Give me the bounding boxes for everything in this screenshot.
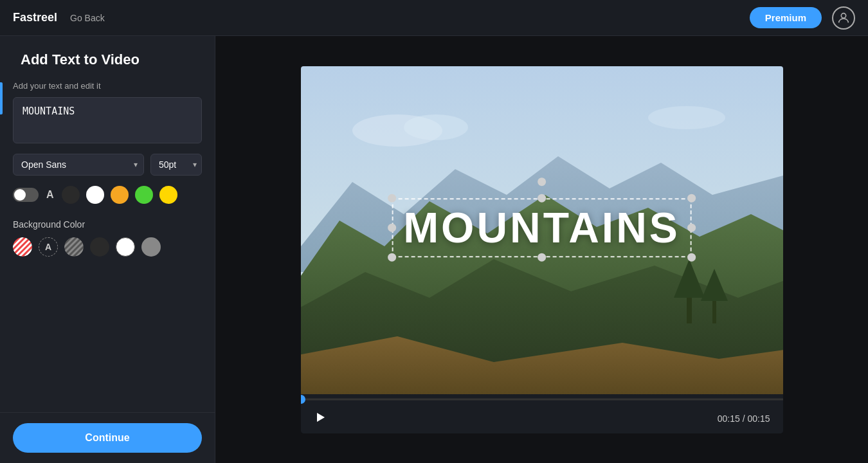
bg-color-label: Background Color <box>13 219 202 230</box>
handle-tc[interactable] <box>538 194 546 202</box>
scrubber-row <box>301 394 783 404</box>
svg-point-6 <box>64 237 84 257</box>
size-select[interactable]: 10pt 20pt 30pt 40pt 50pt 60pt 72pt <box>150 154 202 176</box>
handle-br[interactable] <box>687 253 696 261</box>
handle-bc[interactable] <box>538 253 546 261</box>
color-yellow[interactable] <box>159 186 177 204</box>
font-select-wrap: Open Sans Arial Roboto Montserrat Georgi… <box>13 154 144 176</box>
scrubber-thumb[interactable] <box>301 395 305 404</box>
play-button[interactable] <box>314 411 327 427</box>
text-color-row: A <box>13 186 202 204</box>
video-controls: 00:15 / 00:15 <box>301 404 783 433</box>
overlay-text: MOUNTAINS <box>398 203 685 252</box>
video-container: MOUNTAINS 00:15 / <box>301 66 783 433</box>
color-orange[interactable] <box>111 186 129 204</box>
handle-tl[interactable] <box>388 194 396 202</box>
scrubber-track[interactable] <box>301 398 783 400</box>
svg-point-17 <box>404 114 468 140</box>
avatar[interactable] <box>832 6 855 30</box>
text-section-label: Add your text and edit it <box>13 81 202 91</box>
header: Fastreel Go Back Premium <box>0 0 868 36</box>
time-total: 00:15 <box>747 413 770 424</box>
handle-mr[interactable] <box>687 223 696 232</box>
go-back-link[interactable]: Go Back <box>70 13 105 23</box>
letter-a-label: A <box>46 189 54 201</box>
size-select-wrap: 10pt 20pt 30pt 40pt 50pt 60pt 72pt <box>150 154 202 176</box>
bg-white[interactable] <box>116 237 135 257</box>
video-frame: MOUNTAINS <box>301 66 783 394</box>
svg-point-3 <box>13 237 32 257</box>
color-green[interactable] <box>135 186 153 204</box>
premium-button[interactable]: Premium <box>750 7 822 28</box>
bg-transparent-a[interactable]: A <box>39 237 58 257</box>
continue-button[interactable]: Continue <box>13 423 202 453</box>
color-white[interactable] <box>86 186 104 204</box>
font-select[interactable]: Open Sans Arial Roboto Montserrat Georgi… <box>13 154 144 176</box>
bg-color-row: A <box>13 237 202 257</box>
video-area: MOUNTAINS 00:15 / <box>215 36 868 463</box>
handle-bl[interactable] <box>388 253 396 261</box>
sidebar-accent <box>0 82 3 114</box>
logo: Fastreel <box>13 11 57 24</box>
svg-point-0 <box>841 13 845 17</box>
time-display: 00:15 / 00:15 <box>718 413 770 424</box>
main-layout: Add Text to Video Add your text and edit… <box>0 36 868 463</box>
svg-point-18 <box>648 106 725 129</box>
svg-marker-19 <box>317 413 325 422</box>
bg-dark[interactable] <box>90 237 109 257</box>
sidebar-content: Add Text to Video Add your text and edit… <box>0 36 215 412</box>
handle-tr[interactable] <box>687 194 696 202</box>
time-current: 00:15 <box>718 413 740 424</box>
sidebar: Add Text to Video Add your text and edit… <box>0 36 215 463</box>
color-black[interactable] <box>62 186 80 204</box>
font-row: Open Sans Arial Roboto Montserrat Georgi… <box>13 154 202 176</box>
page-title: Add Text to Video <box>13 51 202 68</box>
bg-gray[interactable] <box>141 237 161 257</box>
text-overlay-container: MOUNTAINS <box>398 203 685 252</box>
selection-wrapper[interactable]: MOUNTAINS <box>398 203 685 252</box>
sidebar-footer: Continue <box>0 412 215 463</box>
text-input[interactable]: MOUNTAINS <box>13 97 202 143</box>
bg-striped-gray[interactable] <box>64 237 84 257</box>
text-toggle[interactable] <box>13 188 39 202</box>
bg-transparent-striped[interactable] <box>13 237 32 257</box>
handle-rotate[interactable] <box>538 177 546 186</box>
header-right: Premium <box>750 6 855 30</box>
handle-ml[interactable] <box>388 223 396 232</box>
